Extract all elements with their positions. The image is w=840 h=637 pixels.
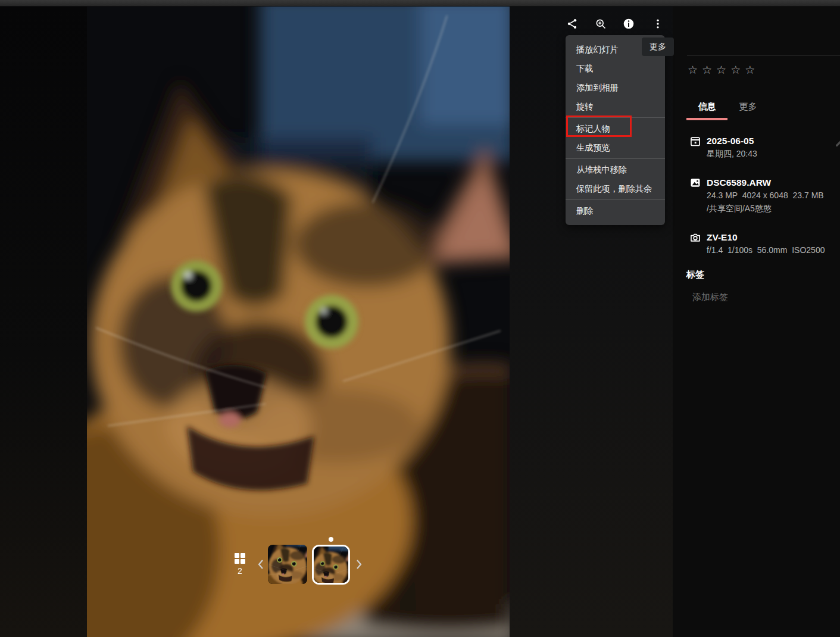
file-specs: 24.3 MP 4024 x 6048 23.7 MB bbox=[707, 189, 824, 202]
detail-row-date: 2025-06-05 星期四, 20:43 bbox=[689, 135, 757, 160]
menu-divider bbox=[566, 117, 665, 118]
more-options-icon[interactable] bbox=[651, 17, 665, 31]
camera-settings: f/1.4 1/100s 56.0mm ISO2500 bbox=[707, 243, 825, 257]
menu-item-remove-from-stack[interactable]: 从堆栈中移除 bbox=[566, 160, 665, 179]
info-icon[interactable] bbox=[622, 17, 636, 31]
detail-row-file: DSC6589.ARW 24.3 MP 4024 x 6048 23.7 MB … bbox=[689, 177, 824, 215]
menu-divider bbox=[566, 199, 665, 200]
photo-date: 2025-06-05 bbox=[707, 135, 757, 147]
labels-heading: 标签 bbox=[686, 269, 704, 280]
add-label-input[interactable] bbox=[692, 289, 823, 304]
stack-grid-icon[interactable] bbox=[235, 553, 245, 564]
calendar-icon bbox=[689, 135, 701, 147]
camera-model: ZV-E10 bbox=[707, 232, 825, 243]
edit-pencil-icon[interactable] bbox=[835, 138, 840, 148]
sidebar-tabs: 信息 更多 bbox=[686, 94, 769, 120]
star-icon[interactable]: ☆ bbox=[688, 64, 698, 77]
file-name: DSC6589.ARW bbox=[707, 177, 824, 189]
tab-more[interactable]: 更多 bbox=[727, 94, 769, 120]
next-thumbnail-button[interactable] bbox=[355, 558, 363, 570]
sidebar-divider bbox=[687, 55, 840, 56]
stack-count: 2 bbox=[232, 566, 248, 576]
tooltip-more: 更多 bbox=[642, 38, 674, 56]
menu-item-keep-this-delete-rest[interactable]: 保留此项，删除其余 bbox=[566, 179, 665, 198]
prev-thumbnail-button[interactable] bbox=[257, 558, 265, 570]
menu-divider bbox=[566, 158, 665, 159]
star-icon[interactable]: ☆ bbox=[730, 64, 741, 77]
info-sidebar: ☆ ☆ ☆ ☆ ☆ 信息 更多 2025-06-05 星期四, 20:43 bbox=[673, 7, 840, 637]
menu-item-tag-people[interactable]: 标记人物 bbox=[566, 119, 665, 138]
star-icon[interactable]: ☆ bbox=[702, 64, 712, 77]
context-menu: 播放幻灯片 下载 添加到相册 旋转 标记人物 生成预览 从堆栈中移除 保留此项，… bbox=[566, 35, 665, 225]
zoom-in-icon[interactable] bbox=[594, 17, 608, 31]
menu-item-generate-preview[interactable]: 生成预览 bbox=[566, 138, 665, 157]
menu-item-add-to-album[interactable]: 添加到相册 bbox=[566, 78, 665, 97]
menu-item-rotate[interactable]: 旋转 bbox=[566, 97, 665, 116]
file-path: /共享空间/A5憨憨 bbox=[707, 202, 824, 215]
menu-item-delete[interactable]: 删除 bbox=[566, 201, 665, 220]
window-top-strip bbox=[0, 0, 840, 7]
thumbnail-1[interactable] bbox=[268, 545, 307, 584]
photo-main[interactable] bbox=[87, 7, 510, 637]
rating-stars: ☆ ☆ ☆ ☆ ☆ bbox=[688, 64, 755, 77]
tab-info[interactable]: 信息 bbox=[686, 94, 727, 120]
image-file-icon bbox=[689, 177, 701, 189]
photo-lightbox: 播放幻灯片 下载 添加到相册 旋转 标记人物 生成预览 从堆栈中移除 保留此项，… bbox=[0, 0, 840, 637]
share-icon[interactable] bbox=[565, 17, 579, 31]
detail-row-camera: ZV-E10 f/1.4 1/100s 56.0mm ISO2500 bbox=[689, 232, 825, 257]
star-icon[interactable]: ☆ bbox=[716, 64, 726, 77]
star-icon[interactable]: ☆ bbox=[745, 64, 755, 77]
menu-item-download[interactable]: 下载 bbox=[566, 59, 665, 78]
camera-icon bbox=[689, 232, 701, 243]
lightbox-backdrop-left bbox=[0, 7, 87, 637]
photo-date-detail: 星期四, 20:43 bbox=[707, 147, 757, 160]
selected-indicator-dot bbox=[329, 537, 333, 542]
thumbnail-2-selected[interactable] bbox=[312, 545, 350, 585]
